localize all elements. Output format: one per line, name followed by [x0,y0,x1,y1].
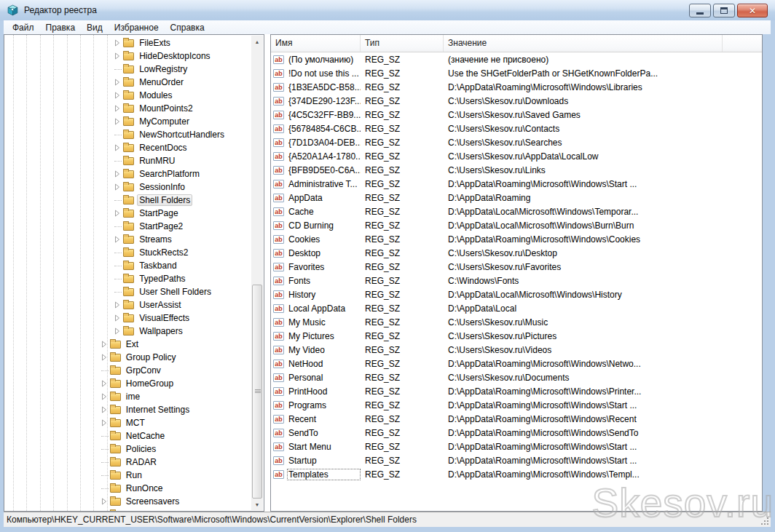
tree-item-mycomputer[interactable]: MyComputer [4,115,251,128]
tree-item-searchplatform[interactable]: SearchPlatform [4,167,251,180]
registry-value-row-appdata[interactable]: abAppDataREG_SZD:\AppData\Roaming [271,191,762,205]
tree-item-fileexts[interactable]: FileExts [4,36,251,49]
tree-item-grpconv[interactable]: GrpConv [4,364,251,377]
tree-item-streams[interactable]: Streams [4,233,251,246]
tree-item-typedpaths[interactable]: TypedPaths [4,272,251,285]
registry-value-row-7d1d3a04-deb[interactable]: ab{7D1D3A04-DEB...REG_SZC:\Users\Skesov.… [271,135,762,149]
column-header-имя[interactable]: Имя [271,35,361,52]
menu-item-правка[interactable]: Правка [40,21,82,34]
menu-item-справка[interactable]: Справка [165,21,211,34]
expand-arrow-icon[interactable] [114,314,122,322]
expand-arrow-icon[interactable] [114,327,122,335]
tree-item-internet-settings[interactable]: Internet Settings [4,403,251,416]
expand-arrow-icon[interactable] [114,118,122,125]
expand-arrow-icon[interactable] [114,105,122,112]
tree-item-userassist[interactable]: UserAssist [4,298,251,311]
registry-value-row-4c5c32ff-bb9[interactable]: ab{4C5C32FF-BB9...REG_SZC:\Users\Skesov.… [271,108,762,122]
tree-item-stuckrects2[interactable]: StuckRects2 [4,246,251,259]
registry-value-row-my-video[interactable]: abMy VideoREG_SZC:\Users\Skesov.ru\Video… [271,343,762,357]
registry-value-row-fonts[interactable]: abFontsREG_SZC:\Windows\Fonts [271,274,762,287]
registry-value-row-cache[interactable]: abCacheREG_SZD:\AppData\Local\Microsoft\… [271,205,762,218]
registry-value-row-local-appdata[interactable]: abLocal AppDataREG_SZD:\AppData\Local [271,301,762,315]
tree-item-runonce[interactable]: RunOnce [4,482,251,495]
tree-item-hidedesktopicons[interactable]: HideDesktopIcons [4,49,251,63]
menu-item-избранное[interactable]: Избранное [109,21,165,34]
tree-item-ime[interactable]: ime [4,390,251,403]
column-header-тип[interactable]: Тип [361,35,444,52]
tree-item-recentdocs[interactable]: RecentDocs [4,141,251,154]
tree-item-startpage2[interactable]: StartPage2 [4,220,251,233]
registry-value-row-administrative-t[interactable]: abAdministrative T...REG_SZD:\AppData\Ro… [271,177,762,191]
tree-item-menuorder[interactable]: MenuOrder [4,76,251,89]
registry-value-row-startup[interactable]: abStartupREG_SZD:\AppData\Roaming\Micros… [271,453,762,467]
expand-arrow-icon[interactable] [101,419,109,426]
expand-arrow-icon[interactable] [101,406,109,413]
tree-item-policies[interactable]: Policies [4,442,251,456]
registry-value-row-my-music[interactable]: abMy MusicREG_SZC:\Users\Skesov.ru\Music [271,315,762,329]
column-header-значение[interactable]: Значение [444,35,723,52]
registry-value-row-a520a1a4-1780[interactable]: ab{A520A1A4-1780...REG_SZC:\Users\Skesov… [271,149,762,163]
tree-item-sessioninfo[interactable]: SessionInfo [4,180,251,194]
maximize-button[interactable] [713,4,735,17]
tree-item-user-shell-folders[interactable]: User Shell Folders [4,285,251,298]
scroll-up-icon[interactable]: ▲ [251,36,263,47]
expand-arrow-icon[interactable] [114,236,122,243]
expand-arrow-icon[interactable] [114,39,122,47]
expand-arrow-icon[interactable] [114,144,122,151]
registry-value-row-cd-burning[interactable]: abCD BurningREG_SZD:\AppData\Local\Micro… [271,218,762,232]
registry-value-row-printhood[interactable]: abPrintHoodREG_SZD:\AppData\Roaming\Micr… [271,384,762,398]
registry-value-row-sendto[interactable]: abSendToREG_SZD:\AppData\Roaming\Microso… [271,426,762,440]
registry-value-row-recent[interactable]: abRecentREG_SZD:\AppData\Roaming\Microso… [271,412,762,426]
expand-arrow-icon[interactable] [114,301,122,309]
tree-item-startpage[interactable]: StartPage [4,207,251,220]
tree-item-group-policy[interactable]: Group Policy [4,351,251,364]
registry-value-row-personal[interactable]: abPersonalREG_SZC:\Users\Skesov.ru\Docum… [271,370,762,384]
registry-value-row-my-pictures[interactable]: abMy PicturesREG_SZC:\Users\Skesov.ru\Pi… [271,329,762,343]
tree-item-modules[interactable]: Modules [4,89,251,102]
title-bar[interactable]: Редактор реестра ✕ [0,0,775,20]
registry-value-row-desktop[interactable]: abDesktopREG_SZC:\Users\Skesov.ru\Deskto… [271,246,762,260]
registry-value-row-по-умолчанию[interactable]: ab(По умолчанию)REG_SZ(значение не присв… [271,52,762,66]
tree-item-run[interactable]: Run [4,469,251,482]
tree-item-ext[interactable]: Ext [4,338,251,351]
registry-value-row-nethood[interactable]: abNetHoodREG_SZD:\AppData\Roaming\Micros… [271,357,762,370]
expand-arrow-icon[interactable] [101,498,109,505]
tree-item-taskband[interactable]: Taskband [4,259,251,272]
tree-item-homegroup[interactable]: HomeGroup [4,377,251,390]
close-button[interactable]: ✕ [737,4,768,17]
registry-value-row-programs[interactable]: abProgramsREG_SZD:\AppData\Roaming\Micro… [271,398,762,412]
scrollbar-thumb[interactable] [252,285,262,499]
expand-arrow-icon[interactable] [114,183,122,191]
expand-arrow-icon[interactable] [114,92,122,99]
registry-value-row-templates[interactable]: abTemplatesREG_SZD:\AppData\Roaming\Micr… [271,467,762,481]
registry-value-row-374de290-123f[interactable]: ab{374DE290-123F...REG_SZC:\Users\Skesov… [271,94,762,108]
expand-arrow-icon[interactable] [101,354,109,361]
registry-value-row-56784854-c6cb[interactable]: ab{56784854-C6CB...REG_SZC:\Users\Skesov… [271,122,762,135]
registry-value-row-favorites[interactable]: abFavoritesREG_SZC:\Users\Skesov.ru\Favo… [271,260,762,274]
minimize-button[interactable] [689,4,711,17]
expand-arrow-icon[interactable] [114,79,122,86]
tree-item-wallpapers[interactable]: Wallpapers [4,325,251,338]
tree-item-mct[interactable]: MCT [4,416,251,429]
registry-value-row-start-menu[interactable]: abStart MenuREG_SZD:\AppData\Roaming\Mic… [271,440,762,453]
registry-value-row-bfb9d5e0-c6a[interactable]: ab{BFB9D5E0-C6A...REG_SZC:\Users\Skesov.… [271,163,762,177]
registry-value-row-do-not-use-this[interactable]: ab!Do not use this ...REG_SZUse the SHGe… [271,66,762,80]
registry-value-row-history[interactable]: abHistoryREG_SZD:\AppData\Local\Microsof… [271,287,762,301]
expand-arrow-icon[interactable] [101,393,109,400]
tree-item-netcache[interactable]: NetCache [4,429,251,442]
scroll-down-icon[interactable]: ▼ [251,499,263,510]
menu-item-файл[interactable]: Файл [7,21,40,34]
registry-value-row-1b3ea5dc-b58[interactable]: ab{1B3EA5DC-B58...REG_SZD:\AppData\Roami… [271,80,762,94]
expand-arrow-icon[interactable] [114,170,122,178]
tree-item-mountpoints2[interactable]: MountPoints2 [4,102,251,115]
menu-item-вид[interactable]: Вид [81,21,109,34]
expand-arrow-icon[interactable] [101,341,109,348]
expand-arrow-icon[interactable] [114,210,122,217]
tree-item-radar[interactable]: RADAR [4,456,251,469]
expand-arrow-icon[interactable] [101,380,109,387]
tree-item-lowregistry[interactable]: LowRegistry [4,63,251,76]
tree-item-screensavers[interactable]: Screensavers [4,495,251,508]
expand-arrow-icon[interactable] [114,52,122,60]
tree-item-runmru[interactable]: RunMRU [4,154,251,167]
tree-scrollbar[interactable]: ▲ ▼ [251,36,263,510]
